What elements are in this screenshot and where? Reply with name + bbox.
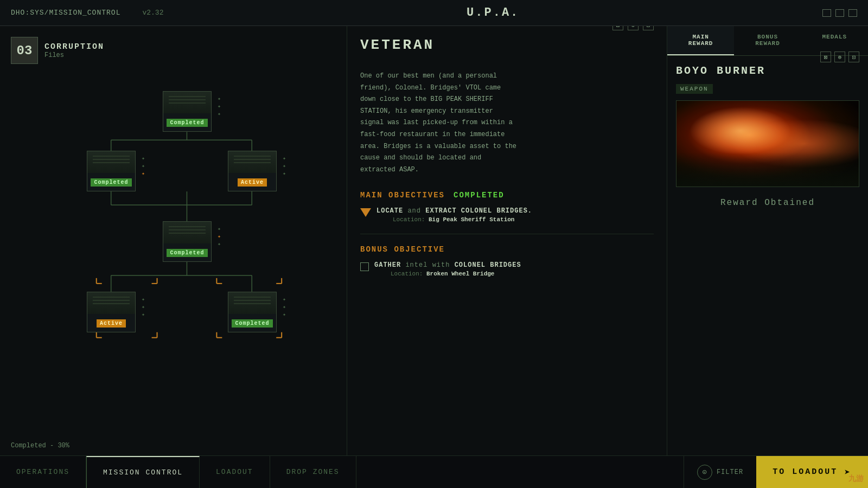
filter-label: FILTER bbox=[717, 468, 743, 476]
mission-description: One of our best men (and a personal frie… bbox=[360, 70, 654, 176]
objective-1-text: LOCATE and EXTRACT COLONEL BRIDGES. bbox=[376, 207, 532, 215]
mission-node-4[interactable]: Completed ✦ ✦ ✦ bbox=[163, 221, 212, 262]
folder-number: 03 bbox=[11, 37, 38, 64]
win-maximize[interactable] bbox=[835, 9, 844, 17]
folder-subtitle: Files bbox=[44, 52, 104, 59]
bonus-objective-1-location: Location: Broken Wheel Bridge bbox=[391, 271, 521, 277]
nav-operations[interactable]: OPERATIONS bbox=[0, 456, 86, 488]
objective-icon-triangle bbox=[360, 208, 371, 217]
folder-title: CORRUPTION bbox=[44, 42, 104, 52]
reward-icon-1[interactable]: ⊠ bbox=[820, 52, 831, 62]
tab-main-reward[interactable]: MAINREWARD bbox=[667, 26, 734, 55]
node-stars-2: ✦ ✦ ✦ bbox=[142, 156, 148, 177]
tab-medals[interactable]: MEDALS bbox=[801, 26, 868, 55]
win-close[interactable] bbox=[848, 9, 857, 17]
bonus-objective-1-content: GATHER intel with COLONEL BRIDGES Locati… bbox=[374, 261, 521, 277]
main-objectives-header: MAIN OBJECTIVES COMPLETED bbox=[360, 191, 654, 200]
mission-action-icons[interactable]: ⊠ ⊕ ⊡ bbox=[612, 26, 654, 30]
node-status-6: Completed bbox=[232, 319, 272, 328]
node-lines bbox=[169, 226, 206, 236]
objective-1-action: LOCATE bbox=[376, 207, 403, 215]
mission-node-2[interactable]: Completed ✦ ✦ ✦ bbox=[87, 151, 136, 191]
reward-action-icons[interactable]: ⊠ ⊕ ⊡ bbox=[820, 52, 859, 62]
sys-path: DHO:SYS/MISSION_CONTROL bbox=[11, 9, 120, 17]
mission-node-5[interactable]: Active ✦ ✦ ✦ bbox=[87, 292, 136, 332]
node-status-4: Completed bbox=[167, 249, 207, 257]
topbar-controls[interactable] bbox=[822, 9, 857, 17]
main-objectives-status: COMPLETED bbox=[454, 191, 505, 200]
objective-1-location: Location: Big Peak Sheriff Station bbox=[393, 216, 532, 223]
bonus-objectives-header: BONUS OBJECTIVE bbox=[360, 245, 654, 254]
watermark: 九游 bbox=[848, 474, 864, 484]
reward-icon-2[interactable]: ⊕ bbox=[834, 52, 845, 62]
bottom-nav: OPERATIONS MISSION CONTROL LOADOUT DROP … bbox=[0, 455, 868, 488]
node-lines bbox=[234, 156, 271, 165]
to-loadout-label: TO LOADOUT bbox=[773, 467, 838, 477]
weapon-image bbox=[676, 100, 859, 187]
topbar-left: DHO:SYS/MISSION_CONTROL v2.32 bbox=[11, 9, 163, 17]
node-status-5: Active bbox=[97, 319, 126, 328]
nav-mission-control[interactable]: MISSION CONTROL bbox=[86, 456, 200, 488]
mission-detail-panel: VETERAN ⊠ ⊕ ⊡ One of our best men (and a… bbox=[347, 26, 667, 455]
bonus-obj-name: COLONEL BRIDGES bbox=[455, 261, 521, 269]
reward-panel: MAINREWARD BONUSREWARD MEDALS BOYO BURNE… bbox=[667, 26, 868, 455]
node-stars-5: ✦ ✦ ✦ bbox=[142, 297, 148, 318]
bonus-objective-1-location-name: Broken Wheel Bridge bbox=[426, 271, 494, 277]
mission-map: Completed ✦ ✦ ✦ Completed ✦ ✦ ✦ bbox=[11, 80, 336, 395]
left-panel: 03 CORRUPTION Files bbox=[0, 26, 347, 455]
tab-bonus-reward[interactable]: BONUSREWARD bbox=[734, 26, 801, 55]
node-lines bbox=[93, 156, 130, 165]
section-divider bbox=[360, 234, 654, 234]
mission-node-3[interactable]: Active ✦ ✦ ✦ bbox=[228, 151, 277, 191]
nav-drop-zones[interactable]: DROP ZONES bbox=[270, 456, 356, 488]
node-lines bbox=[93, 297, 130, 306]
reward-type-badge: WEAPON bbox=[676, 84, 713, 94]
mission-icon-info[interactable]: ⊡ bbox=[643, 26, 654, 30]
node-stars-1: ✦ ✦ ✦ bbox=[218, 96, 224, 118]
bonus-objective-checkbox bbox=[360, 262, 369, 271]
mission-node-6[interactable]: Completed ✦ ✦ ✦ bbox=[228, 292, 277, 332]
weapon-image-dark bbox=[676, 152, 859, 187]
node-status-2: Completed bbox=[91, 178, 131, 187]
node-stars-6: ✦ ✦ ✦ bbox=[283, 297, 289, 318]
mission-node-1[interactable]: Completed ✦ ✦ ✦ bbox=[163, 91, 212, 132]
topbar: DHO:SYS/MISSION_CONTROL v2.32 U.P.A. bbox=[0, 0, 868, 26]
version-label: v2.32 bbox=[142, 9, 163, 17]
reward-content: BOYO BURNER ⊠ ⊕ ⊡ WEAPON Reward Obtained bbox=[667, 56, 868, 455]
mission-icon-bookmark[interactable]: ⊠ bbox=[612, 26, 623, 30]
objective-1-action2: EXTRACT COLONEL BRIDGES. bbox=[425, 207, 532, 215]
filter-icon: ⊙ bbox=[697, 465, 712, 480]
node-status-3: Active bbox=[238, 178, 267, 187]
objective-1-location-name: Big Peak Sheriff Station bbox=[429, 216, 514, 223]
node-lines bbox=[169, 96, 206, 106]
bonus-objectives-label: BONUS OBJECTIVE bbox=[360, 245, 445, 254]
folder-info: CORRUPTION Files bbox=[44, 42, 104, 59]
main-objectives-label: MAIN OBJECTIVES bbox=[360, 191, 445, 200]
bonus-objective-1: GATHER intel with COLONEL BRIDGES Locati… bbox=[360, 261, 654, 277]
nav-loadout[interactable]: LOADOUT bbox=[200, 456, 270, 488]
folder-header: 03 CORRUPTION Files bbox=[11, 37, 336, 64]
bonus-obj-action: GATHER bbox=[374, 261, 401, 269]
objective-1: LOCATE and EXTRACT COLONEL BRIDGES. Loca… bbox=[360, 207, 654, 223]
node-status-1: Completed bbox=[167, 119, 207, 127]
reward-title: BOYO BURNER bbox=[676, 65, 765, 77]
node-lines bbox=[234, 297, 271, 306]
progress-area: Completed - 30% bbox=[11, 440, 69, 450]
objective-1-content: LOCATE and EXTRACT COLONEL BRIDGES. Loca… bbox=[376, 207, 532, 223]
mission-icon-share[interactable]: ⊕ bbox=[628, 26, 639, 30]
svg-rect-13 bbox=[98, 281, 265, 283]
reward-icon-3[interactable]: ⊡ bbox=[848, 52, 859, 62]
node-stars-4: ✦ ✦ ✦ bbox=[218, 226, 224, 248]
nav-right-area: ⊙ FILTER TO LOADOUT ➤ bbox=[684, 456, 868, 489]
win-minimize[interactable] bbox=[822, 9, 831, 17]
mission-title: VETERAN bbox=[360, 37, 435, 53]
topbar-logo: U.P.A. bbox=[467, 6, 519, 20]
bonus-objective-1-text: GATHER intel with COLONEL BRIDGES bbox=[374, 261, 521, 269]
node-stars-3: ✦ ✦ ✦ bbox=[283, 156, 289, 177]
progress-text: Completed - 30% bbox=[11, 442, 69, 450]
main-area: 03 CORRUPTION Files bbox=[0, 26, 868, 455]
reward-obtained-text: Reward Obtained bbox=[676, 198, 859, 208]
filter-button[interactable]: ⊙ FILTER bbox=[684, 456, 756, 489]
